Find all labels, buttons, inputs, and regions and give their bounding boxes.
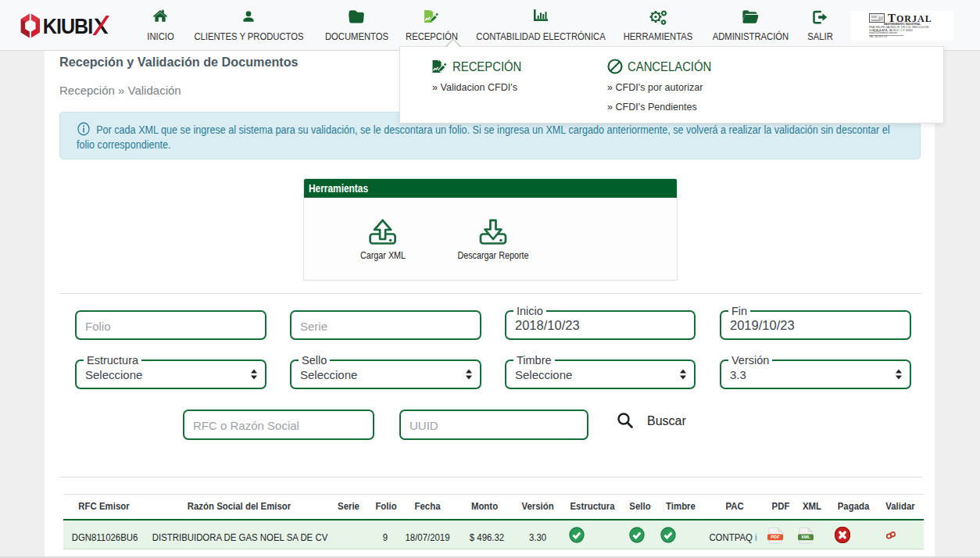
svg-text:KIUBI: KIUBI <box>43 14 93 38</box>
svg-text:XML: XML <box>801 535 810 539</box>
svg-text:PDF: PDF <box>771 535 780 539</box>
